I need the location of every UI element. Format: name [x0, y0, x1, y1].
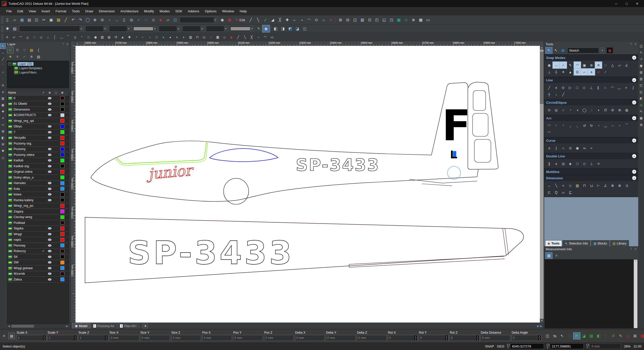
toolbar-icon[interactable]: ◆: [228, 34, 235, 40]
palette-tab-label[interactable]: Blocks: [598, 242, 607, 245]
layer-color-swatch[interactable]: [60, 153, 64, 157]
chevron-up-icon[interactable]: ▲: [632, 176, 636, 180]
toolbar-icon[interactable]: ⊙: [153, 34, 160, 40]
toolbar-icon[interactable]: ○: [320, 16, 327, 23]
section-header[interactable]: Dimension▲: [544, 175, 638, 181]
drawing-tool-icon[interactable]: ◔: [595, 122, 602, 129]
visibility-eye-icon[interactable]: [48, 193, 52, 196]
layer-color-swatch[interactable]: [60, 147, 64, 151]
drawing-tool-icon[interactable]: ╲: [553, 182, 560, 189]
menu-item[interactable]: Window: [219, 7, 237, 15]
tool-icon[interactable]: ∙: [0, 76, 6, 81]
visibility-eye-icon[interactable]: [48, 244, 52, 247]
inspector-field-value[interactable]: 1: [48, 336, 73, 340]
inspector-field-value[interactable]: 0 mm: [295, 336, 325, 340]
palette-tab[interactable]: ↖Selection Info: [562, 240, 590, 246]
menu-item[interactable]: Format: [53, 7, 69, 15]
toolbar-icon[interactable]: ◉: [262, 25, 270, 32]
drawing-tool-icon[interactable]: ✕: [595, 62, 602, 68]
toolbar-icon[interactable]: ◎: [128, 16, 135, 23]
palette-tab[interactable]: ◆Tools: [545, 240, 562, 246]
tool-icon[interactable]: ╱: [0, 56, 6, 62]
toolbar-icon[interactable]: ▤: [26, 16, 33, 23]
layer-toolbar-icon[interactable]: ↻: [7, 47, 13, 53]
vertical-ruler[interactable]: 2600 mm2500 mm2400 mm2300 mm2200 mm2100 …: [71, 46, 75, 323]
toolbar-icon[interactable]: ◫: [351, 16, 359, 23]
toolbar-icon[interactable]: ¬: [298, 16, 305, 23]
layer-color-swatch[interactable]: [60, 261, 64, 264]
column-header-icon[interactable]: ✔: [40, 91, 47, 94]
toolbar-icon[interactable]: ✂: [40, 16, 48, 23]
layer-row[interactable]: SK: [7, 254, 69, 260]
scroll-up-icon[interactable]: ▲: [540, 46, 544, 50]
layer-color-swatch[interactable]: [60, 187, 64, 191]
column-header-icon[interactable]: ▢: [53, 91, 59, 94]
toolbar-icon[interactable]: ↺: [112, 34, 119, 40]
selection-mode-icon[interactable]: ▨: [588, 333, 595, 339]
toolbar-icon[interactable]: ╲: [242, 34, 248, 40]
toolbar-icon[interactable]: ◫: [172, 16, 179, 23]
toolbar-icon[interactable]: ✚: [126, 34, 133, 40]
layer-tree-item[interactable]: LayersFilters: [8, 70, 68, 75]
menu-item[interactable]: View: [26, 7, 39, 15]
layer-color-swatch[interactable]: [60, 119, 64, 123]
drawing-tool-icon[interactable]: ◠: [546, 122, 553, 129]
toolbar-icon[interactable]: ✱: [4, 25, 11, 32]
tool-icon[interactable]: ◱: [638, 89, 644, 94]
drawing-tool-icon[interactable]: ○: [602, 84, 609, 91]
visibility-eye-icon[interactable]: [48, 267, 52, 269]
visibility-eye-icon[interactable]: [48, 238, 52, 241]
drawing-tool-icon[interactable]: ╱: [546, 84, 553, 91]
spinner-control[interactable]: ▲▼: [104, 335, 108, 341]
inspector-field-input[interactable]: 0 mm ▲▼: [264, 335, 294, 341]
layer-toolbar-icon[interactable]: ✕: [14, 54, 20, 60]
toolbar-icon[interactable]: ▦: [214, 34, 221, 40]
toolbar-icon[interactable]: ▯: [4, 16, 11, 23]
visibility-eye-icon[interactable]: [48, 233, 52, 235]
drawing-tool-icon[interactable]: ≈: [560, 182, 567, 189]
layer-row[interactable]: $CONSTRUCTI: [7, 113, 69, 118]
toolbar-icon[interactable]: ◉: [92, 34, 99, 40]
inspector-field-value[interactable]: 0 mm: [172, 336, 201, 340]
section-header[interactable]: Line▲: [544, 77, 638, 83]
layer-tree-item[interactable]: LayersTemplates: [8, 66, 68, 70]
visibility-eye-icon[interactable]: [48, 165, 52, 167]
drawing-tool-icon[interactable]: ⊐: [623, 182, 630, 189]
tool-icon[interactable]: ⌒: [0, 63, 6, 68]
drawing-tool-icon[interactable]: ↺: [581, 122, 588, 129]
layer-color-swatch[interactable]: [60, 198, 64, 202]
drawing-tool-icon[interactable]: ⊗: [616, 182, 623, 189]
spin-up-icon[interactable]: ▲: [43, 335, 46, 338]
drawing-tool-icon[interactable]: ≈: [588, 145, 595, 151]
toolbar-icon[interactable]: ▭: [424, 16, 432, 23]
toolbar-icon[interactable]: ↕: [45, 34, 51, 40]
layer-color-swatch[interactable]: [60, 193, 64, 196]
inspector-field-value[interactable]: 0: [388, 336, 414, 340]
layer-color-swatch[interactable]: [60, 215, 64, 219]
tree-collapse-icon[interactable]: −: [8, 62, 11, 65]
toolbar-icon[interactable]: ╱: [247, 16, 254, 23]
visibility-eye-icon[interactable]: [48, 261, 52, 264]
layer-name[interactable]: Pionowy: [14, 244, 25, 247]
toolbar-icon[interactable]: ◱: [381, 16, 388, 23]
tool-icon[interactable]: ↖: [0, 43, 6, 49]
toolbar-icon[interactable]: ╲: [254, 16, 262, 23]
palette-tab-label[interactable]: Library: [617, 242, 626, 245]
menu-item[interactable]: Tools: [69, 7, 83, 15]
toolbar-icon[interactable]: ◳: [388, 16, 395, 23]
drawing-tool-icon[interactable]: ◠: [609, 84, 616, 91]
visibility-eye-icon[interactable]: [48, 227, 52, 230]
close-icon[interactable]: ✕: [634, 248, 637, 251]
layer-name[interactable]: Wręgi: [14, 232, 22, 236]
section-header[interactable]: Snap Modes▲: [544, 54, 638, 61]
drawing-tool-icon[interactable]: ◠: [574, 62, 581, 68]
visibility-eye-icon[interactable]: [48, 108, 52, 111]
name-column-header[interactable]: Name: [7, 91, 40, 94]
property-combo[interactable]: ▼: [19, 26, 84, 32]
selection-mode-icon[interactable]: △: [624, 333, 631, 339]
toolbar-icon[interactable]: ◌: [208, 34, 214, 40]
toolbar-icon[interactable]: ▱: [11, 34, 17, 40]
drawing-tool-icon[interactable]: ▱: [560, 189, 567, 196]
drawing-tool-icon[interactable]: ⌒: [623, 122, 630, 129]
drawing-tool-icon[interactable]: ◡: [616, 84, 623, 91]
